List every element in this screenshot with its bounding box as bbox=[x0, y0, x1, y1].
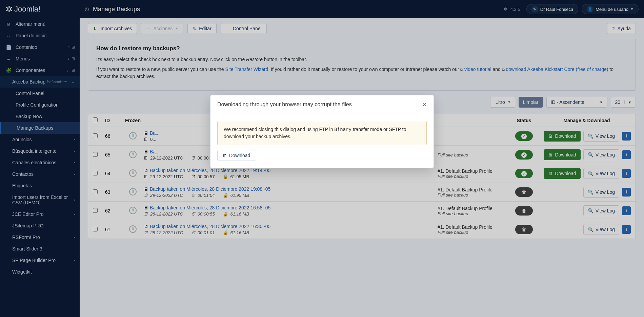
modal-overlay[interactable]: Downloading through your browser may cor… bbox=[0, 0, 644, 18]
